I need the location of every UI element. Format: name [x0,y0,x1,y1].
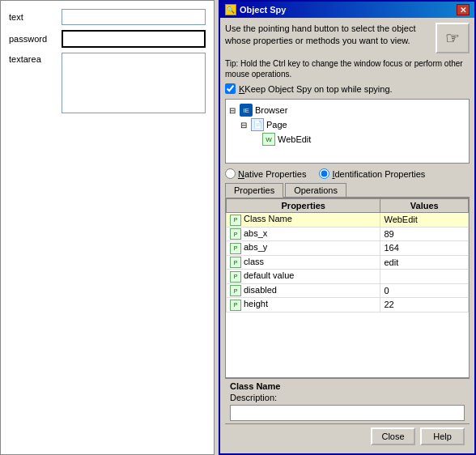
dialog-titlebar: 🔍 Object Spy ✕ [220,2,474,18]
textarea-field-row: textarea [9,53,206,113]
value-cell: 164 [380,241,469,256]
browser-form-panel: text password textarea [0,0,215,455]
tip-text: Tip: Hold the Ctrl key to change the win… [225,58,470,79]
tree-item-page[interactable]: ⊟ 📄 Page [229,117,465,132]
keep-on-top-label: KKeep Object Spy on top while spying. [239,84,393,94]
property-icon: P [230,285,241,296]
table-row[interactable]: Pabs_x89 [227,227,469,241]
properties-radio-row: Native Properties Identification Propert… [225,168,470,179]
property-cell: Pdisabled [227,283,380,298]
object-tree[interactable]: ⊟ IE Browser ⊟ 📄 Page W WebEdit [225,99,470,164]
dialog-top-section: Use the pointing hand button to select t… [225,23,470,53]
table-row[interactable]: Pabs_y164 [227,241,469,256]
table-row[interactable]: Pdisabled0 [227,283,469,298]
keep-on-top-row: KKeep Object Spy on top while spying. [225,83,470,94]
bottom-desc-box [230,405,465,421]
browser-label: Browser [255,105,287,115]
properties-table: Properties Values PClass NameWebEditPabs… [226,198,469,313]
col-properties: Properties [227,199,380,213]
page-label: Page [266,120,287,130]
dialog-title-icon: 🔍 [225,4,236,15]
tree-item-browser[interactable]: ⊟ IE Browser [229,103,465,117]
native-properties-radio[interactable] [225,168,236,179]
property-icon: P [230,243,241,254]
native-properties-option: Native Properties [225,168,306,179]
password-label: password [9,34,62,44]
browser-expander[interactable]: ⊟ [229,106,237,115]
value-cell: 0 [380,283,469,298]
dialog-description-text: Use the pointing hand button to select t… [225,23,431,53]
property-icon: P [230,228,241,240]
table-header-row: Properties Values [227,199,469,213]
dialog-title-text: Object Spy [240,5,286,15]
browser-icon: IE [240,104,253,117]
dialog-close-button[interactable]: ✕ [457,4,470,15]
tabs-row: Properties Operations [225,183,470,198]
value-cell: edit [380,255,469,270]
text-field-row: text [9,9,206,25]
textarea-label: textarea [9,54,62,64]
property-cell: Pabs_x [227,227,380,241]
page-icon: 📄 [251,118,264,131]
property-cell: Pabs_y [227,241,380,256]
footer-buttons: Close Help [225,423,470,449]
webedit-expander [252,135,260,144]
identification-properties-label: Identification Properties [332,169,425,179]
value-cell: 22 [380,298,469,313]
property-cell: Pclass [227,255,380,270]
dialog-body: Use the pointing hand button to select t… [220,18,474,453]
properties-table-wrapper[interactable]: Properties Values PClass NameWebEditPabs… [225,198,470,378]
text-label: text [9,12,62,22]
password-input[interactable] [62,30,206,48]
value-cell: 89 [380,227,469,241]
property-cell: PClass Name [227,213,380,228]
close-button[interactable]: Close [371,427,415,445]
col-values: Values [380,199,469,213]
table-row[interactable]: PClass NameWebEdit [227,213,469,228]
value-cell [380,270,469,284]
property-cell: Pheight [227,298,380,313]
password-field-row: password [9,30,206,48]
property-icon: P [230,271,241,283]
page-expander[interactable]: ⊟ [240,121,249,130]
identification-properties-option: Identification Properties [319,168,425,179]
table-row[interactable]: Pheight22 [227,298,469,313]
property-icon: P [230,257,241,268]
pointing-hand-button[interactable]: ☞ [436,23,470,53]
webedit-icon: W [262,133,275,146]
help-button[interactable]: Help [420,427,465,445]
webedit-label: WebEdit [278,134,311,144]
native-properties-label: Native Properties [238,169,306,179]
tree-item-webedit[interactable]: W WebEdit [229,132,465,147]
table-row[interactable]: Pclassedit [227,255,469,270]
property-icon: P [230,215,241,226]
property-icon: P [230,300,241,311]
pointing-hand-icon: ☞ [445,28,460,48]
object-spy-dialog: 🔍 Object Spy ✕ Use the pointing hand but… [219,0,476,455]
tab-properties[interactable]: Properties [225,183,283,198]
identification-properties-radio[interactable] [319,168,329,179]
bottom-description-section: Class Name Description: [225,378,470,423]
dialog-title-left: 🔍 Object Spy [225,4,286,15]
tab-operations[interactable]: Operations [285,183,346,197]
bottom-desc-label: Description: [230,393,465,402]
keep-on-top-checkbox[interactable] [225,83,236,94]
value-cell: WebEdit [380,213,469,228]
text-input[interactable] [62,9,206,25]
table-row[interactable]: Pdefault value [227,270,469,284]
bottom-desc-title: Class Name [230,381,465,391]
property-cell: Pdefault value [227,270,380,284]
textarea-input[interactable] [62,53,206,113]
